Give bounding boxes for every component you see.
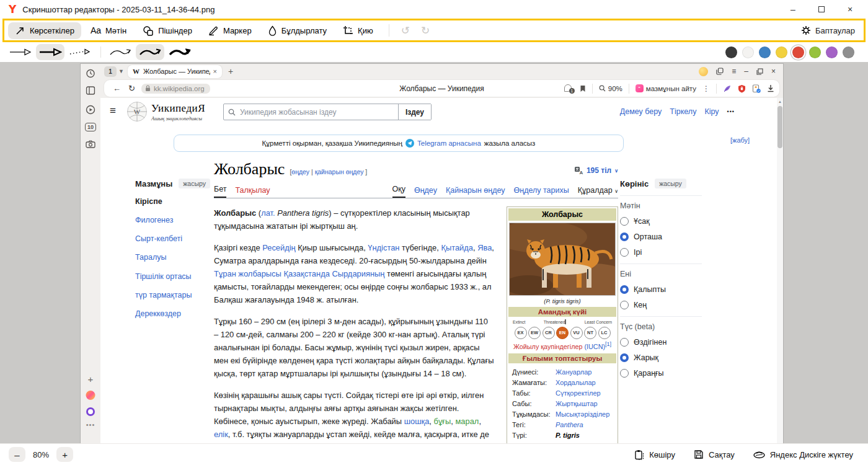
browser-minimize-icon: – xyxy=(744,67,748,76)
taxonomy-rows: Дүниесі:Жануарлар Жамағаты:Хордалылар Та… xyxy=(508,363,616,443)
tool-crop[interactable]: Қию xyxy=(336,22,380,39)
radio-option[interactable]: Қараңғы xyxy=(620,369,702,378)
tool-arrows[interactable]: Көрсеткілер xyxy=(8,22,81,39)
color-gray[interactable] xyxy=(843,46,854,58)
radio-option[interactable]: Кең xyxy=(620,301,702,309)
register-link[interactable]: Тіркелу xyxy=(670,107,696,116)
toc-item[interactable]: Сырт-келбеті xyxy=(135,233,212,244)
radio-icon[interactable] xyxy=(620,248,629,257)
upload-disk-button[interactable]: Яндекс Дискіге жүктеу xyxy=(753,450,853,460)
tab-edit-source[interactable]: Қайнарын өңдеу xyxy=(446,186,505,198)
radio-icon[interactable] xyxy=(620,301,629,309)
color-purple[interactable] xyxy=(826,46,838,58)
color-white[interactable] xyxy=(742,46,754,58)
zoom-value: 90% xyxy=(608,85,622,92)
banner-close-link[interactable]: [жабу] xyxy=(730,136,750,144)
tool-shapes[interactable]: Пішіндер xyxy=(136,22,199,39)
text-size-group-label: Мәтін xyxy=(620,195,702,210)
radio-option[interactable]: Орташа xyxy=(620,232,702,241)
color-black[interactable] xyxy=(725,46,737,58)
radio-option[interactable]: Жарық xyxy=(620,353,702,362)
window-titlebar: Y Скриншоттар редакторы - 2025-03-11_14-… xyxy=(0,0,868,19)
radio-icon[interactable] xyxy=(620,338,629,347)
arrow-style-dotted[interactable] xyxy=(66,44,94,60)
toc-item-intro[interactable]: Кіріспе xyxy=(135,196,212,207)
toc-item[interactable]: Таралуы xyxy=(135,252,212,263)
status-link[interactable]: Жойылу қаупіндегілер xyxy=(513,343,583,350)
more-links-icon[interactable]: ••• xyxy=(727,108,735,115)
tab-history[interactable]: Өңделу тарихы xyxy=(514,186,569,198)
radio-icon[interactable] xyxy=(620,217,629,226)
color-green[interactable] xyxy=(809,46,821,58)
radio-option[interactable]: Қалыпты xyxy=(620,285,702,294)
arrow-style-curved-thin[interactable] xyxy=(106,44,135,60)
toc-hide-button[interactable]: жасыру xyxy=(179,179,210,188)
radio-icon[interactable] xyxy=(620,232,629,241)
settings-button[interactable]: Баптаулар xyxy=(801,25,860,35)
arrow-style-curved-bold[interactable] xyxy=(166,44,194,60)
svg-text:W: W xyxy=(134,108,141,115)
radio-option[interactable]: Ұсақ xyxy=(620,217,702,226)
kebab-menu-icon: ⋮ xyxy=(702,84,710,93)
editor-canvas[interactable]: 10 + ••• 1 ▼ W Жолбарыс — Уикипед × + ≡ xyxy=(0,62,868,443)
search-input[interactable] xyxy=(240,108,398,117)
scrollbar-thumb[interactable] xyxy=(777,106,782,148)
minimize-button[interactable]: – xyxy=(779,0,807,19)
banner-text-after: жазыла аласыз xyxy=(484,140,536,147)
appearance-hide-button[interactable]: жасыру xyxy=(655,179,686,188)
toc-item[interactable]: түр тармақтары xyxy=(135,290,212,301)
status-line: Жойылу қаупіндегілер (IUCN)[1] xyxy=(508,342,616,353)
tool-text[interactable]: Aa Мәтін xyxy=(84,22,133,38)
banner-link[interactable]: Telegram арнасына xyxy=(417,140,481,147)
wordmark-tagline: Ашық энциклопедиясы xyxy=(151,115,205,122)
undo-button[interactable]: ↺ xyxy=(401,24,410,37)
arrow-style-thin[interactable] xyxy=(6,44,35,60)
redo-button[interactable]: ↻ xyxy=(421,24,430,37)
article-edit-links[interactable]: [өңдеу | қайнарын өңдеу ] xyxy=(290,168,367,175)
radio-icon[interactable] xyxy=(620,285,629,294)
radio-option[interactable]: Ірі xyxy=(620,248,702,257)
arrow-style-curved[interactable] xyxy=(136,44,164,60)
screenshot-image: 10 + ••• 1 ▼ W Жолбарыс — Уикипед × + ≡ xyxy=(81,64,783,443)
maximize-button[interactable] xyxy=(807,0,836,19)
tab-talk[interactable]: Талқылау xyxy=(235,186,270,198)
tab-page[interactable]: Бет xyxy=(214,185,226,198)
profile-avatar xyxy=(699,67,708,76)
page-check-icon xyxy=(752,84,761,93)
editor-bottombar: – 80% + Көшіру Сақтау Яндекс Дискіге жүк… xyxy=(0,443,868,465)
radio-option[interactable]: Өздігінен xyxy=(620,338,702,347)
scroll-up-icon[interactable]: ▲ xyxy=(777,98,783,104)
color-red[interactable] xyxy=(792,46,804,58)
status-suffix[interactable]: (IUCN) xyxy=(584,343,605,350)
crop-tool-icon xyxy=(343,25,353,36)
tab-read[interactable]: Оқу xyxy=(392,185,405,198)
tool-marker[interactable]: Маркер xyxy=(202,22,259,39)
radio-icon[interactable] xyxy=(620,353,629,362)
radio-icon[interactable] xyxy=(620,369,629,378)
tool-label: Маркер xyxy=(223,26,252,35)
search-button[interactable]: Іздеу xyxy=(398,104,431,120)
copy-button[interactable]: Көшіру xyxy=(634,450,675,460)
page-scrollbar[interactable]: ▲ xyxy=(777,98,783,443)
language-selector[interactable]: A 195 тіл ∨ xyxy=(575,166,618,175)
color-blue[interactable] xyxy=(759,46,771,58)
status-ref[interactable]: [1] xyxy=(605,341,611,347)
article-tabs: Бет Талқылау Оқу Өңдеу Қайнарын өңдеу Өң… xyxy=(214,185,618,198)
close-button[interactable]: × xyxy=(836,0,864,19)
color-yellow[interactable] xyxy=(776,46,787,58)
toc-item[interactable]: Тіршілік ортасы xyxy=(135,271,212,282)
toc-item[interactable]: Дереккөздер xyxy=(135,308,212,319)
zoom-out-button[interactable]: – xyxy=(9,447,25,462)
tool-blur[interactable]: Бұлдырлату xyxy=(261,22,334,39)
login-link[interactable]: Кіру xyxy=(704,107,719,116)
tab-edit[interactable]: Өңдеу xyxy=(414,186,437,198)
article-column: Жолбарыс [өңдеу | қайнарын өңдеу ] A 195… xyxy=(214,160,618,443)
toc-item[interactable]: Филогенез xyxy=(135,215,212,226)
donate-link[interactable]: Демеу беру xyxy=(620,107,662,116)
tab-tools[interactable]: Құралдар ∨ xyxy=(578,186,618,198)
zoom-in-button[interactable]: + xyxy=(56,447,73,462)
taxonomy-row: Тұқымдасы:Мысықтәрізділер xyxy=(512,410,613,418)
arrow-style-bold[interactable] xyxy=(36,44,64,60)
save-button[interactable]: Сақтау xyxy=(694,450,735,460)
browser-menu-icon: ≡ xyxy=(732,67,736,76)
